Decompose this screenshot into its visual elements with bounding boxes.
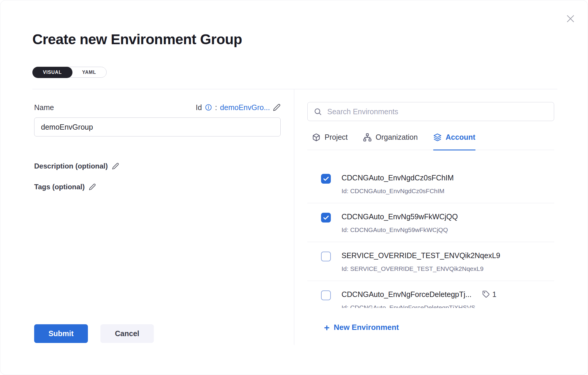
submit-button[interactable]: Submit bbox=[34, 324, 88, 343]
environment-name: CDCNGAuto_EnvNg59wFkWCjQQ bbox=[342, 212, 458, 221]
column-divider bbox=[294, 89, 294, 345]
environment-id: Id: CDCNGAuto_EnvNg59wFkWCjQQ bbox=[342, 226, 554, 233]
entity-id-row: Id : demoEnvGro... bbox=[196, 103, 281, 112]
environment-checkbox[interactable] bbox=[321, 252, 331, 261]
environment-row: SERVICE_OVERRIDE_TEST_ENVQik2NqexL9 Id: … bbox=[307, 242, 554, 281]
plus-icon: + bbox=[324, 323, 330, 332]
yaml-toggle-button[interactable]: YAML bbox=[72, 67, 106, 77]
environment-row: CDCNGAuto_EnvNgForceDeletegpTj... 1 I bbox=[307, 281, 554, 308]
environment-name: SERVICE_OVERRIDE_TEST_ENVQik2NqexL9 bbox=[342, 251, 500, 260]
environment-id: Id: CDCNGAuto_EnvNgdCz0sFChIM bbox=[342, 188, 554, 195]
environment-picker-panel: Project Organization bbox=[307, 102, 554, 332]
tab-project[interactable]: Project bbox=[312, 133, 348, 150]
visual-toggle-button[interactable]: VISUAL bbox=[32, 67, 72, 78]
name-input[interactable] bbox=[34, 117, 281, 136]
name-label: Name bbox=[34, 103, 54, 112]
form-column: Name Id : demoEnvGro... Descriptio bbox=[34, 103, 281, 191]
environment-name: CDCNGAuto_EnvNgForceDeletegpTj... bbox=[342, 290, 472, 299]
search-icon bbox=[314, 107, 322, 116]
environment-checkbox[interactable] bbox=[321, 290, 331, 300]
tab-organization-label: Organization bbox=[376, 133, 418, 142]
close-icon[interactable] bbox=[565, 13, 576, 24]
search-environments-input[interactable] bbox=[327, 107, 548, 116]
edit-id-icon[interactable] bbox=[273, 104, 281, 111]
tag-icon bbox=[482, 290, 490, 298]
id-separator: : bbox=[215, 103, 217, 112]
page-title: Create new Environment Group bbox=[32, 31, 242, 47]
edit-description-icon[interactable] bbox=[112, 163, 119, 170]
environment-checkbox[interactable] bbox=[321, 213, 331, 223]
environment-row: CDCNGAuto_EnvNg59wFkWCjQQ Id: CDCNGAuto_… bbox=[307, 203, 554, 242]
cancel-button[interactable]: Cancel bbox=[100, 324, 154, 343]
new-environment-button[interactable]: + New Environment bbox=[307, 323, 554, 332]
header-divider bbox=[32, 89, 557, 89]
description-label: Description (optional) bbox=[34, 162, 108, 170]
tag-count-badge: 1 bbox=[482, 290, 497, 299]
id-value-link[interactable]: demoEnvGro... bbox=[220, 103, 270, 112]
info-icon[interactable] bbox=[205, 104, 212, 111]
tab-account[interactable]: Account bbox=[433, 133, 475, 150]
scope-tabs: Project Organization bbox=[307, 133, 554, 150]
search-box bbox=[307, 102, 554, 121]
environment-list: CDCNGAuto_EnvNgdCz0sFChIM Id: CDCNGAuto_… bbox=[307, 150, 554, 308]
form-actions: Submit Cancel bbox=[34, 324, 154, 343]
environment-id: Id: CDCNGAuto_EnvNgForceDeletegpTjXHSVS bbox=[342, 304, 554, 308]
organization-sitemap-icon bbox=[363, 133, 372, 142]
environment-id: Id: SERVICE_OVERRIDE_TEST_ENVQik2NqexL9 bbox=[342, 265, 554, 272]
environment-name: CDCNGAuto_EnvNgdCz0sFChIM bbox=[342, 173, 454, 182]
tab-account-label: Account bbox=[446, 133, 475, 142]
tab-organization[interactable]: Organization bbox=[363, 133, 418, 150]
visual-yaml-toggle: VISUAL YAML bbox=[32, 67, 107, 78]
create-env-group-modal: Create new Environment Group VISUAL YAML… bbox=[0, 0, 588, 375]
tab-project-label: Project bbox=[325, 133, 348, 142]
project-cube-icon bbox=[312, 133, 320, 142]
tag-count: 1 bbox=[492, 290, 497, 299]
new-environment-label: New Environment bbox=[334, 323, 399, 332]
tags-label: Tags (optional) bbox=[34, 183, 85, 191]
edit-tags-icon[interactable] bbox=[89, 183, 96, 190]
account-layers-icon bbox=[433, 133, 442, 142]
environment-checkbox[interactable] bbox=[321, 174, 331, 184]
environment-row: CDCNGAuto_EnvNgdCz0sFChIM Id: CDCNGAuto_… bbox=[307, 164, 554, 203]
id-label: Id bbox=[196, 103, 202, 112]
